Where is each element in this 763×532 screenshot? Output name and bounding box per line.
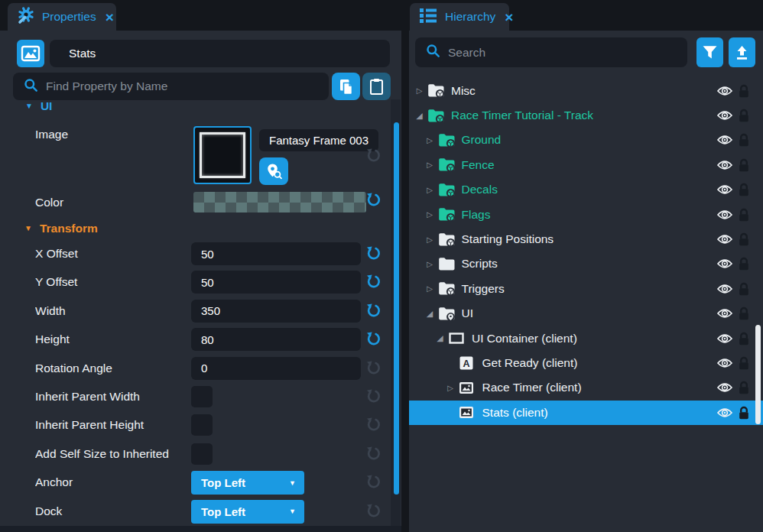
tree-row-ui[interactable]: ◢UI — [409, 301, 763, 326]
tree-row-decals[interactable]: ▷Decals — [409, 177, 763, 202]
reset-icon[interactable] — [366, 193, 381, 207]
tree-collapsed-icon[interactable]: ▷ — [414, 86, 425, 95]
paste-button[interactable] — [362, 73, 391, 100]
visibility-eye-icon[interactable] — [717, 234, 732, 248]
x-offset-input[interactable] — [191, 242, 361, 265]
tree-row-ground[interactable]: ▷Ground — [409, 128, 763, 152]
lock-icon[interactable] — [738, 208, 750, 225]
visibility-eye-icon[interactable] — [717, 86, 732, 99]
anchor-dropdown[interactable]: Top Left▼ — [191, 471, 304, 495]
tree-row-misc[interactable]: ▷Misc — [409, 79, 763, 103]
upload-button[interactable] — [729, 37, 756, 67]
lock-icon[interactable] — [738, 84, 750, 102]
lock-icon[interactable] — [738, 158, 750, 176]
property-label: Rotation Angle — [35, 357, 190, 380]
tab-properties[interactable]: Properties × — [8, 3, 116, 31]
reset-icon[interactable] — [366, 246, 381, 261]
visibility-eye-icon[interactable] — [717, 184, 732, 198]
tree-row-starting-positions[interactable]: ▷Starting Positions — [409, 227, 763, 251]
inherit-parent-height-checkbox[interactable] — [191, 414, 213, 436]
visibility-eye-icon[interactable] — [717, 135, 732, 148]
tree-row-fence[interactable]: ▷Fence — [409, 153, 763, 177]
section-transform-label: Transform — [40, 222, 98, 235]
tree-row-get-ready-client[interactable]: AGet Ready (client) — [409, 351, 763, 375]
reset-icon[interactable] — [366, 332, 381, 346]
reset-icon[interactable] — [366, 303, 381, 318]
add-self-size-to-inherited-checkbox[interactable] — [191, 443, 213, 465]
folder-cube-icon — [438, 183, 456, 197]
lock-icon[interactable] — [738, 356, 750, 374]
close-icon[interactable]: × — [505, 10, 513, 24]
dock-dropdown[interactable]: Top Left▼ — [191, 500, 304, 524]
inherit-parent-width-checkbox[interactable] — [191, 386, 213, 407]
lock-icon[interactable] — [738, 332, 750, 349]
tree-expanded-icon[interactable]: ◢ — [424, 309, 436, 319]
tree-collapsed-icon[interactable]: ▷ — [424, 186, 436, 194]
rotation-angle-input[interactable] — [191, 357, 361, 380]
property-row-x-offset: X Offset — [0, 242, 401, 266]
hierarchy-search-input[interactable] — [448, 46, 687, 60]
entity-image-icon — [17, 40, 44, 67]
tree-row-ui-container-client[interactable]: ◢UI Container (client) — [409, 326, 763, 351]
tree-collapsed-icon[interactable]: ▷ — [424, 260, 436, 268]
lock-icon[interactable] — [738, 406, 750, 423]
find-asset-button[interactable] — [259, 157, 288, 185]
hierarchy-search-box[interactable] — [415, 37, 687, 67]
visibility-eye-icon[interactable] — [717, 110, 732, 124]
height-input[interactable] — [191, 328, 361, 351]
tree-row-stats-client[interactable]: Stats (client) — [409, 401, 763, 425]
chevron-down-icon: ▼ — [289, 508, 296, 515]
tree-collapsed-icon[interactable]: ▷ — [424, 161, 436, 169]
property-row-inherit-parent-width: Inherit Parent Width — [0, 385, 401, 409]
tree-expanded-icon[interactable]: ◢ — [414, 111, 425, 121]
tree-expanded-icon[interactable]: ◢ — [434, 333, 446, 343]
color-swatch[interactable] — [193, 192, 366, 212]
lock-icon[interactable] — [738, 307, 750, 324]
width-input[interactable] — [191, 300, 361, 323]
close-icon[interactable]: × — [106, 10, 114, 24]
reset-icon — [366, 504, 381, 518]
entity-name-input[interactable] — [50, 40, 390, 67]
tree-row-scripts[interactable]: ▷Scripts — [409, 251, 763, 276]
visibility-eye-icon[interactable] — [717, 333, 732, 347]
section-ui[interactable]: ▼ UI — [25, 99, 52, 113]
tree-row-triggers[interactable]: ▷Triggers — [409, 277, 763, 301]
section-transform[interactable]: ▼ Transform — [24, 222, 98, 235]
y-offset-input[interactable] — [191, 271, 361, 294]
image-widget-icon — [459, 381, 477, 394]
tree-collapsed-icon[interactable]: ▷ — [445, 384, 456, 392]
tree-row-race-timer-tutorial-track[interactable]: ◢Race Timer Tutorial - Track — [409, 103, 763, 128]
visibility-eye-icon[interactable] — [717, 382, 732, 396]
visibility-eye-icon[interactable] — [717, 209, 732, 223]
lock-icon[interactable] — [738, 257, 750, 274]
tree-collapsed-icon[interactable]: ▷ — [424, 284, 436, 293]
properties-scrollbar-thumb[interactable] — [394, 122, 400, 495]
tree-collapsed-icon[interactable]: ▷ — [424, 210, 436, 219]
tree-collapsed-icon[interactable]: ▷ — [424, 235, 436, 244]
tab-hierarchy[interactable]: Hierarchy × — [410, 3, 509, 31]
lock-icon[interactable] — [738, 381, 750, 398]
visibility-eye-icon[interactable] — [717, 160, 732, 174]
visibility-eye-icon[interactable] — [717, 308, 732, 322]
tree-row-race-timer-client[interactable]: ▷Race Timer (client) — [409, 375, 763, 400]
lock-icon[interactable] — [738, 109, 750, 126]
hierarchy-scrollbar-thumb[interactable] — [755, 325, 761, 424]
visibility-eye-icon[interactable] — [717, 407, 732, 421]
property-search-box[interactable] — [13, 73, 329, 100]
reset-icon[interactable] — [366, 274, 381, 289]
tree-row-flags[interactable]: ▷Flags — [409, 203, 763, 227]
copy-button[interactable] — [332, 73, 360, 100]
folder-cube-icon — [438, 281, 456, 296]
lock-icon[interactable] — [738, 232, 750, 250]
lock-icon[interactable] — [738, 133, 750, 151]
image-widget-icon — [459, 406, 477, 419]
tree-collapsed-icon[interactable]: ▷ — [424, 136, 436, 144]
filter-button[interactable] — [696, 37, 723, 67]
property-search-input[interactable] — [46, 79, 329, 93]
lock-icon[interactable] — [738, 282, 750, 300]
lock-icon[interactable] — [738, 183, 750, 200]
visibility-eye-icon[interactable] — [717, 358, 732, 371]
image-asset-thumbnail[interactable] — [193, 126, 252, 184]
visibility-eye-icon[interactable] — [717, 258, 732, 272]
visibility-eye-icon[interactable] — [717, 284, 732, 297]
